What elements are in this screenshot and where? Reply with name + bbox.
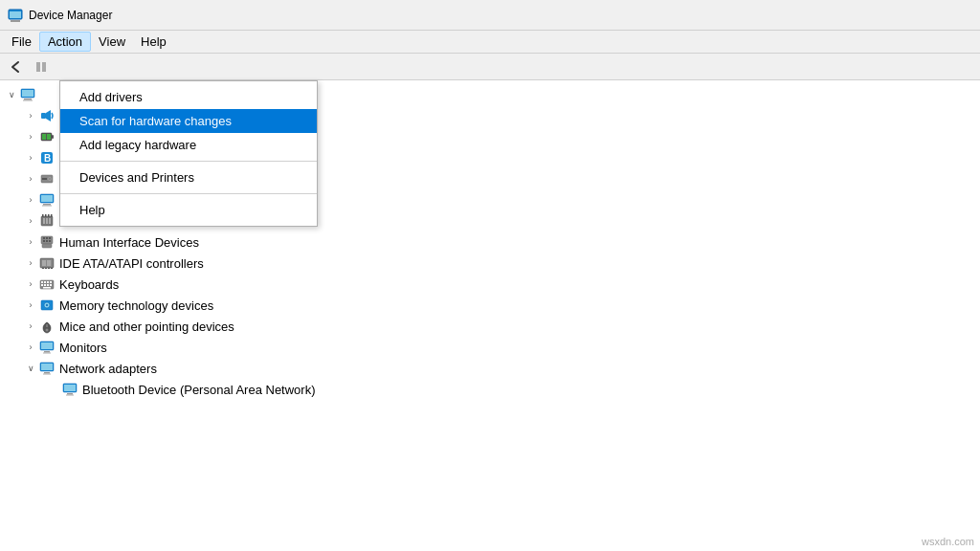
- svg-rect-70: [41, 364, 53, 370]
- icon-computer: [19, 86, 36, 103]
- icon-keyboards: [38, 276, 56, 293]
- svg-rect-48: [51, 268, 53, 269]
- menu-action[interactable]: Action: [39, 32, 91, 52]
- svg-rect-43: [42, 260, 46, 266]
- chevron-mice: ›: [23, 319, 38, 334]
- icon-network: [38, 360, 56, 377]
- icon-bluetooth: B: [38, 149, 56, 166]
- chevron-keyboards: ›: [23, 276, 38, 292]
- svg-rect-75: [67, 393, 73, 395]
- svg-rect-71: [44, 372, 50, 374]
- tree-item-monitors[interactable]: › Monitors: [0, 337, 980, 358]
- icon-ide: [38, 254, 56, 272]
- dropdown-separator-1: [60, 161, 317, 162]
- title-bar-title: Device Manager: [29, 9, 112, 22]
- svg-rect-8: [23, 100, 33, 101]
- svg-rect-32: [51, 214, 53, 217]
- svg-rect-27: [46, 218, 48, 224]
- menu-add-legacy[interactable]: Add legacy hardware: [60, 133, 317, 157]
- svg-rect-57: [50, 284, 52, 286]
- chevron-batteries: ›: [23, 129, 38, 144]
- svg-rect-44: [47, 260, 51, 266]
- tree-item-mice[interactable]: › Mice and other pointing devices: [0, 316, 980, 337]
- svg-rect-35: [43, 237, 45, 239]
- svg-point-20: [49, 178, 51, 180]
- svg-rect-36: [46, 237, 48, 239]
- tree-label-bluetooth-pan: Bluetooth Device (Personal Area Network): [82, 383, 316, 397]
- chevron-memtech: ›: [23, 298, 38, 313]
- tree-item-network[interactable]: ∨ Network adapters: [0, 358, 980, 379]
- menu-devices-printers[interactable]: Devices and Printers: [60, 165, 317, 189]
- svg-rect-47: [48, 268, 50, 269]
- svg-rect-6: [22, 90, 33, 97]
- icon-monitors: [38, 339, 56, 356]
- svg-rect-51: [44, 281, 46, 283]
- tree-item-hid[interactable]: › Human Interface Devices: [0, 231, 980, 253]
- svg-rect-53: [50, 281, 52, 283]
- svg-rect-50: [41, 281, 43, 283]
- svg-rect-14: [47, 134, 51, 140]
- watermark: wsxdn.com: [922, 536, 974, 547]
- tree-label-memtech: Memory technology devices: [59, 298, 213, 313]
- menu-scan-hardware[interactable]: Scan for hardware changes: [60, 109, 317, 133]
- chevron-audio: ›: [23, 108, 38, 123]
- svg-rect-1: [11, 20, 20, 22]
- svg-rect-34: [42, 244, 52, 248]
- tree-item-ide[interactable]: › IDE ATA/ATAPI controllers: [0, 253, 980, 274]
- svg-rect-9: [41, 113, 46, 119]
- svg-rect-40: [49, 240, 51, 242]
- svg-rect-19: [42, 178, 47, 180]
- icon-hid: [38, 233, 56, 251]
- menu-file[interactable]: File: [4, 33, 39, 51]
- tree-label-network: Network adapters: [59, 362, 157, 376]
- tree-label-mice: Mice and other pointing devices: [59, 320, 234, 334]
- svg-rect-37: [49, 237, 51, 239]
- title-bar: Device Manager: [0, 0, 980, 31]
- tree-label-hid: Human Interface Devices: [59, 235, 199, 250]
- menu-view[interactable]: View: [91, 33, 133, 51]
- svg-rect-58: [43, 287, 51, 289]
- icon-firmware: [38, 212, 56, 230]
- svg-rect-24: [42, 206, 52, 207]
- svg-rect-3: [36, 62, 40, 72]
- tree-label-keyboards: Keyboards: [59, 277, 119, 292]
- svg-point-61: [46, 304, 48, 306]
- menu-help[interactable]: Help: [60, 198, 317, 222]
- dropdown-separator-2: [60, 193, 317, 194]
- tree-label-monitors: Monitors: [59, 341, 107, 355]
- tree-item-keyboards[interactable]: › Keyboards: [0, 274, 980, 295]
- svg-marker-10: [46, 110, 51, 121]
- svg-rect-7: [24, 99, 32, 100]
- menu-help[interactable]: Help: [133, 33, 174, 51]
- icon-batteries: [38, 128, 56, 145]
- svg-rect-68: [43, 353, 51, 354]
- svg-rect-56: [47, 284, 49, 286]
- back-button[interactable]: [5, 56, 28, 77]
- title-bar-icon: [8, 8, 23, 23]
- svg-rect-28: [49, 218, 51, 224]
- menu-bar: File Action View Help: [0, 31, 980, 54]
- chevron-ide: ›: [23, 255, 38, 271]
- svg-point-64: [46, 329, 49, 332]
- chevron-bluetooth-pan: [54, 382, 61, 397]
- svg-rect-23: [43, 204, 51, 206]
- svg-rect-46: [45, 268, 47, 269]
- tree-label-ide: IDE ATA/ATAPI controllers: [59, 256, 204, 271]
- svg-rect-67: [44, 351, 50, 353]
- svg-rect-52: [47, 281, 49, 283]
- svg-rect-38: [43, 240, 45, 242]
- icon-bluetooth-pan: [61, 381, 78, 398]
- tree-item-bluetooth-pan[interactable]: Bluetooth Device (Personal Area Network): [0, 379, 980, 400]
- menu-add-drivers[interactable]: Add drivers: [60, 85, 317, 109]
- svg-rect-13: [42, 134, 46, 140]
- tree-item-memtech[interactable]: › Memory technology devices: [0, 295, 980, 316]
- svg-rect-26: [43, 218, 45, 224]
- icon-displayadapters: [38, 191, 56, 209]
- svg-rect-31: [48, 214, 50, 217]
- pause-button[interactable]: [30, 56, 53, 77]
- icon-audio: [38, 107, 56, 124]
- svg-rect-45: [42, 268, 44, 269]
- svg-rect-39: [46, 240, 48, 242]
- chevron-network: ∨: [23, 361, 38, 376]
- icon-diskdrives: [38, 170, 56, 187]
